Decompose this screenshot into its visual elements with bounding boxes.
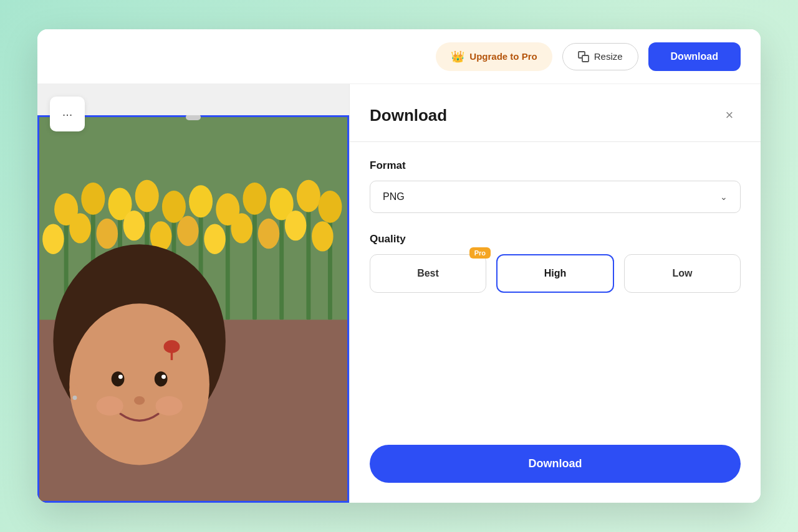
- svg-point-28: [123, 211, 145, 240]
- svg-point-17: [135, 180, 159, 212]
- svg-rect-1: [582, 55, 589, 62]
- panel-title: Download: [370, 106, 447, 125]
- svg-point-27: [97, 219, 118, 249]
- pro-badge: Pro: [469, 247, 491, 259]
- download-action-label: Download: [529, 457, 582, 470]
- editor-area: ···: [37, 84, 349, 503]
- svg-point-40: [155, 371, 168, 386]
- svg-point-31: [204, 224, 226, 254]
- svg-point-46: [97, 396, 123, 416]
- svg-point-38: [69, 303, 209, 465]
- quality-high-label: High: [544, 268, 567, 278]
- app-window: 👑 Upgrade to Pro Resize Download ···: [37, 29, 761, 503]
- format-dropdown: PNG ⌄: [370, 181, 741, 213]
- close-button[interactable]: ×: [718, 104, 741, 126]
- header-download-button[interactable]: Download: [648, 42, 741, 71]
- panel-header: Download ×: [370, 104, 741, 126]
- divider: [350, 141, 761, 142]
- chevron-down-icon: ⌄: [720, 192, 728, 202]
- quality-best-label: Best: [417, 268, 439, 278]
- svg-point-49: [72, 396, 77, 400]
- svg-point-35: [312, 221, 334, 251]
- download-panel: Download × Format PNG ⌄ Quality Pro Bes: [349, 84, 761, 503]
- quality-high-button[interactable]: High: [496, 254, 614, 293]
- header-download-label: Download: [671, 51, 718, 62]
- format-label: Format: [370, 159, 741, 172]
- svg-point-25: [42, 224, 64, 254]
- resize-button[interactable]: Resize: [562, 43, 638, 70]
- svg-rect-45: [171, 344, 173, 360]
- resize-label: Resize: [594, 51, 623, 62]
- svg-point-39: [112, 371, 125, 386]
- svg-point-42: [161, 374, 166, 379]
- svg-point-23: [297, 180, 320, 212]
- svg-rect-9: [226, 212, 230, 320]
- upgrade-pro-button[interactable]: 👑 Upgrade to Pro: [436, 42, 552, 71]
- close-icon: ×: [726, 107, 734, 123]
- resize-icon: [578, 51, 589, 62]
- svg-point-32: [231, 213, 252, 243]
- more-dots: ···: [62, 107, 73, 121]
- svg-rect-10: [252, 201, 257, 320]
- crown-icon: 👑: [451, 50, 464, 64]
- photo-svg: [37, 115, 349, 503]
- svg-point-24: [318, 191, 342, 223]
- format-selected-value: PNG: [383, 191, 405, 202]
- quality-low-label: Low: [673, 268, 693, 278]
- upgrade-label: Upgrade to Pro: [469, 51, 537, 62]
- svg-rect-11: [279, 207, 284, 320]
- svg-point-48: [69, 384, 78, 395]
- svg-point-30: [177, 216, 199, 246]
- download-action-button[interactable]: Download: [370, 445, 741, 483]
- quality-options: Pro Best High Low: [370, 254, 741, 293]
- svg-point-19: [189, 185, 213, 217]
- main-content: ···: [37, 84, 761, 503]
- more-options-button[interactable]: ···: [50, 97, 85, 131]
- top-bar: 👑 Upgrade to Pro Resize Download: [37, 29, 761, 84]
- image-container: [37, 115, 349, 503]
- svg-point-47: [156, 396, 183, 416]
- quality-best-button[interactable]: Pro Best: [370, 254, 486, 293]
- svg-point-15: [81, 183, 105, 215]
- svg-point-21: [243, 183, 266, 215]
- format-select[interactable]: PNG ⌄: [370, 181, 741, 213]
- svg-point-18: [162, 191, 186, 223]
- quality-label: Quality: [370, 233, 741, 245]
- svg-point-26: [69, 213, 91, 243]
- quality-low-button[interactable]: Low: [624, 254, 741, 293]
- svg-rect-12: [306, 199, 310, 320]
- svg-point-43: [134, 396, 145, 405]
- svg-point-41: [118, 374, 123, 379]
- svg-point-33: [258, 219, 280, 249]
- svg-point-34: [285, 211, 307, 240]
